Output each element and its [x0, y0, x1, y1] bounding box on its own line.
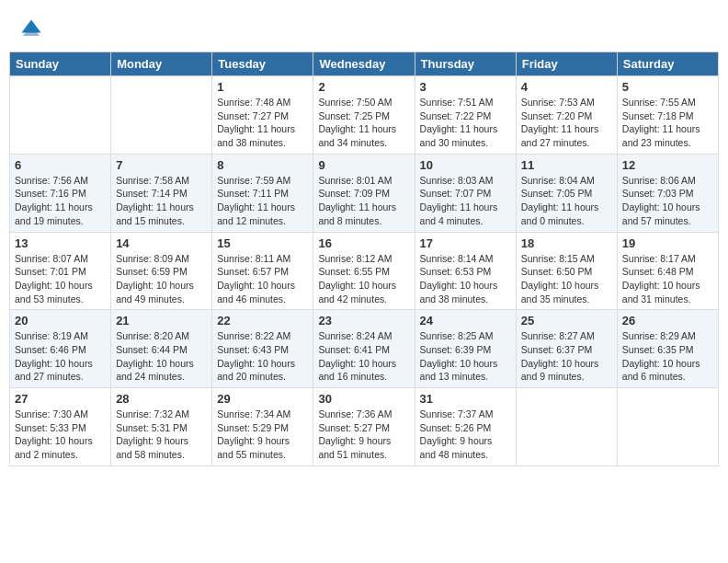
day-number: 10 — [420, 158, 511, 172]
day-of-week-header: Sunday — [10, 52, 111, 76]
calendar-cell: 16Sunrise: 8:12 AMSunset: 6:55 PMDayligh… — [313, 232, 415, 310]
day-number: 19 — [622, 236, 713, 250]
day-number: 3 — [420, 80, 511, 94]
day-info: Sunrise: 8:19 AMSunset: 6:46 PMDaylight:… — [15, 329, 106, 384]
day-info: Sunrise: 7:51 AMSunset: 7:22 PMDaylight:… — [420, 96, 511, 150]
day-info: Sunrise: 8:14 AMSunset: 6:53 PMDaylight:… — [420, 252, 511, 306]
day-number: 20 — [15, 314, 106, 327]
day-info: Sunrise: 8:03 AMSunset: 7:07 PMDaylight:… — [420, 174, 511, 228]
day-number: 2 — [318, 80, 409, 94]
calendar-cell: 18Sunrise: 8:15 AMSunset: 6:50 PMDayligh… — [516, 232, 617, 310]
day-info: Sunrise: 7:59 AMSunset: 7:11 PMDaylight:… — [217, 174, 308, 228]
day-number: 30 — [318, 392, 409, 406]
calendar-cell: 27Sunrise: 7:30 AMSunset: 5:33 PMDayligh… — [10, 388, 111, 466]
day-info: Sunrise: 8:04 AMSunset: 7:05 PMDaylight:… — [521, 174, 612, 228]
calendar-cell: 13Sunrise: 8:07 AMSunset: 7:01 PMDayligh… — [10, 232, 111, 310]
calendar-cell: 21Sunrise: 8:20 AMSunset: 6:44 PMDayligh… — [111, 310, 212, 388]
page-header — [9, 9, 719, 46]
calendar-cell: 31Sunrise: 7:37 AMSunset: 5:26 PMDayligh… — [415, 388, 516, 466]
day-number: 28 — [116, 392, 207, 406]
day-of-week-header: Wednesday — [313, 52, 415, 76]
calendar-week-row: 1Sunrise: 7:48 AMSunset: 7:27 PMDaylight… — [10, 76, 719, 155]
calendar-table: SundayMondayTuesdayWednesdayThursdayFrid… — [9, 52, 719, 466]
day-info: Sunrise: 8:17 AMSunset: 6:48 PMDaylight:… — [622, 252, 713, 306]
calendar-cell: 25Sunrise: 8:27 AMSunset: 6:37 PMDayligh… — [516, 310, 617, 388]
day-of-week-header: Tuesday — [212, 52, 313, 76]
logo — [18, 17, 48, 42]
day-info: Sunrise: 7:34 AMSunset: 5:29 PMDaylight:… — [217, 408, 308, 462]
day-number: 15 — [217, 236, 308, 250]
day-info: Sunrise: 7:30 AMSunset: 5:33 PMDaylight:… — [15, 408, 106, 462]
day-info: Sunrise: 8:12 AMSunset: 6:55 PMDaylight:… — [318, 252, 409, 306]
day-of-week-header: Friday — [516, 52, 617, 76]
day-info: Sunrise: 7:56 AMSunset: 7:16 PMDaylight:… — [15, 174, 106, 228]
day-info: Sunrise: 8:27 AMSunset: 6:37 PMDaylight:… — [521, 329, 612, 384]
calendar-cell: 26Sunrise: 8:29 AMSunset: 6:35 PMDayligh… — [617, 310, 718, 388]
day-number: 11 — [521, 158, 612, 172]
day-info: Sunrise: 7:37 AMSunset: 5:26 PMDaylight:… — [420, 408, 511, 462]
day-info: Sunrise: 8:09 AMSunset: 6:59 PMDaylight:… — [116, 252, 207, 306]
day-info: Sunrise: 8:07 AMSunset: 7:01 PMDaylight:… — [15, 252, 106, 306]
day-info: Sunrise: 8:25 AMSunset: 6:39 PMDaylight:… — [420, 329, 511, 384]
day-number: 4 — [521, 80, 612, 94]
day-number: 27 — [15, 392, 106, 406]
day-number: 23 — [318, 314, 409, 327]
day-info: Sunrise: 8:15 AMSunset: 6:50 PMDaylight:… — [521, 252, 612, 306]
logo-icon — [18, 17, 44, 42]
calendar-cell: 17Sunrise: 8:14 AMSunset: 6:53 PMDayligh… — [415, 232, 516, 310]
day-info: Sunrise: 8:29 AMSunset: 6:35 PMDaylight:… — [622, 329, 713, 384]
day-info: Sunrise: 7:48 AMSunset: 7:27 PMDaylight:… — [217, 96, 308, 150]
day-number: 8 — [217, 158, 308, 172]
day-info: Sunrise: 7:55 AMSunset: 7:18 PMDaylight:… — [622, 96, 713, 150]
calendar-cell: 3Sunrise: 7:51 AMSunset: 7:22 PMDaylight… — [415, 76, 516, 155]
calendar-cell: 19Sunrise: 8:17 AMSunset: 6:48 PMDayligh… — [617, 232, 718, 310]
day-number: 7 — [116, 158, 207, 172]
day-number: 1 — [217, 80, 308, 94]
day-number: 29 — [217, 392, 308, 406]
day-number: 26 — [622, 314, 713, 327]
calendar-week-row: 20Sunrise: 8:19 AMSunset: 6:46 PMDayligh… — [10, 310, 719, 388]
day-number: 16 — [318, 236, 409, 250]
day-number: 12 — [622, 158, 713, 172]
calendar-cell — [111, 76, 212, 155]
day-info: Sunrise: 8:24 AMSunset: 6:41 PMDaylight:… — [318, 329, 409, 384]
day-number: 6 — [15, 158, 106, 172]
calendar-week-row: 27Sunrise: 7:30 AMSunset: 5:33 PMDayligh… — [10, 388, 719, 466]
day-number: 18 — [521, 236, 612, 250]
day-number: 17 — [420, 236, 511, 250]
day-number: 22 — [217, 314, 308, 327]
calendar-cell: 9Sunrise: 8:01 AMSunset: 7:09 PMDaylight… — [313, 154, 415, 232]
calendar-cell: 7Sunrise: 7:58 AMSunset: 7:14 PMDaylight… — [111, 154, 212, 232]
day-of-week-header: Saturday — [617, 52, 718, 76]
calendar-cell — [617, 388, 718, 466]
day-number: 25 — [521, 314, 612, 327]
day-number: 14 — [116, 236, 207, 250]
calendar-cell: 2Sunrise: 7:50 AMSunset: 7:25 PMDaylight… — [313, 76, 415, 155]
day-number: 31 — [420, 392, 511, 406]
day-info: Sunrise: 7:36 AMSunset: 5:27 PMDaylight:… — [318, 408, 409, 462]
day-info: Sunrise: 8:20 AMSunset: 6:44 PMDaylight:… — [116, 329, 207, 384]
calendar-cell: 30Sunrise: 7:36 AMSunset: 5:27 PMDayligh… — [313, 388, 415, 466]
calendar-cell: 14Sunrise: 8:09 AMSunset: 6:59 PMDayligh… — [111, 232, 212, 310]
day-number: 24 — [420, 314, 511, 327]
day-number: 21 — [116, 314, 207, 327]
day-info: Sunrise: 7:58 AMSunset: 7:14 PMDaylight:… — [116, 174, 207, 228]
calendar-cell: 29Sunrise: 7:34 AMSunset: 5:29 PMDayligh… — [212, 388, 313, 466]
calendar-week-row: 13Sunrise: 8:07 AMSunset: 7:01 PMDayligh… — [10, 232, 719, 310]
day-info: Sunrise: 7:53 AMSunset: 7:20 PMDaylight:… — [521, 96, 612, 150]
calendar-week-row: 6Sunrise: 7:56 AMSunset: 7:16 PMDaylight… — [10, 154, 719, 232]
calendar-cell: 4Sunrise: 7:53 AMSunset: 7:20 PMDaylight… — [516, 76, 617, 155]
day-info: Sunrise: 7:32 AMSunset: 5:31 PMDaylight:… — [116, 408, 207, 462]
calendar-header-row: SundayMondayTuesdayWednesdayThursdayFrid… — [10, 52, 719, 76]
calendar-cell: 1Sunrise: 7:48 AMSunset: 7:27 PMDaylight… — [212, 76, 313, 155]
day-info: Sunrise: 8:01 AMSunset: 7:09 PMDaylight:… — [318, 174, 409, 228]
calendar-cell: 8Sunrise: 7:59 AMSunset: 7:11 PMDaylight… — [212, 154, 313, 232]
calendar-cell: 6Sunrise: 7:56 AMSunset: 7:16 PMDaylight… — [10, 154, 111, 232]
day-number: 13 — [15, 236, 106, 250]
calendar-cell: 10Sunrise: 8:03 AMSunset: 7:07 PMDayligh… — [415, 154, 516, 232]
calendar-cell: 12Sunrise: 8:06 AMSunset: 7:03 PMDayligh… — [617, 154, 718, 232]
calendar-cell: 28Sunrise: 7:32 AMSunset: 5:31 PMDayligh… — [111, 388, 212, 466]
day-number: 9 — [318, 158, 409, 172]
day-info: Sunrise: 8:11 AMSunset: 6:57 PMDaylight:… — [217, 252, 308, 306]
day-number: 5 — [622, 80, 713, 94]
